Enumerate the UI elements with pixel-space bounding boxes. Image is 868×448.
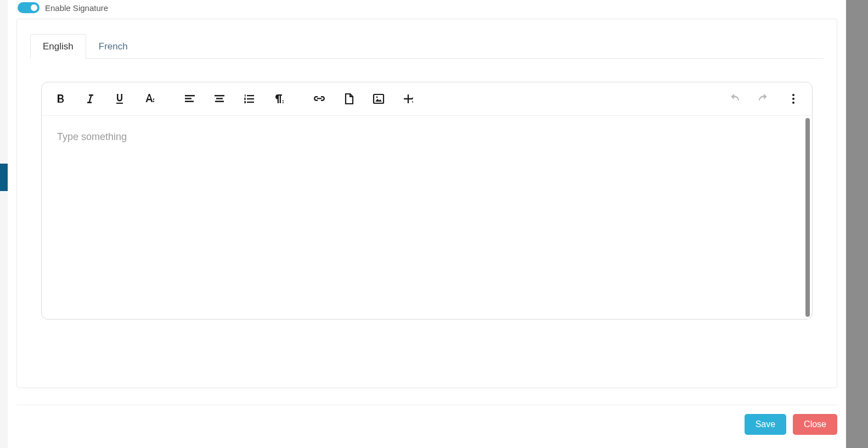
svg-point-1 <box>376 97 378 98</box>
close-button[interactable]: Close <box>793 414 837 435</box>
svg-point-3 <box>792 98 794 100</box>
more-vertical-icon[interactable] <box>786 91 801 107</box>
tab-label: French <box>99 41 128 52</box>
save-button[interactable]: Save <box>745 414 786 435</box>
insert-more-icon[interactable] <box>401 91 416 107</box>
undo-icon[interactable] <box>726 91 742 107</box>
editor-toolbar <box>42 82 812 116</box>
file-icon[interactable] <box>341 91 357 107</box>
sidebar-active-marker <box>0 164 8 191</box>
sidebar-sliver <box>0 0 8 448</box>
toolbar-group-history <box>726 91 801 107</box>
editor-scrollbar[interactable] <box>805 118 810 317</box>
enable-signature-toggle[interactable] <box>18 2 40 13</box>
modal-body: Enable Signature English French <box>8 0 846 388</box>
tab-label: English <box>43 41 74 52</box>
toggle-knob <box>30 3 38 12</box>
underline-icon[interactable] <box>112 91 127 107</box>
text-style-icon[interactable] <box>142 91 157 107</box>
signature-modal: Enable Signature English French <box>8 0 846 448</box>
svg-point-4 <box>792 102 794 104</box>
svg-point-2 <box>792 94 794 96</box>
redo-icon[interactable] <box>756 91 771 107</box>
ordered-list-icon[interactable] <box>241 91 257 107</box>
tab-french[interactable]: French <box>86 34 140 59</box>
toolbar-group-paragraph <box>182 91 286 107</box>
toolbar-group-text <box>53 91 157 107</box>
svg-rect-0 <box>374 94 384 103</box>
bold-icon[interactable] <box>53 91 68 107</box>
editor-body: Type something <box>42 116 812 319</box>
image-icon[interactable] <box>371 91 386 107</box>
align-center-icon[interactable] <box>212 91 227 107</box>
editor-scroll-thumb[interactable] <box>805 118 810 317</box>
signature-panel: English French <box>16 19 837 388</box>
italic-icon[interactable] <box>82 91 98 107</box>
editor-placeholder: Type something <box>57 131 127 142</box>
enable-signature-label: Enable Signature <box>45 3 108 13</box>
language-tabs: English French <box>30 33 824 59</box>
paragraph-format-icon[interactable] <box>271 91 286 107</box>
modal-footer: Save Close <box>16 405 837 439</box>
tab-english[interactable]: English <box>30 34 86 59</box>
editor-content-area[interactable]: Type something <box>42 116 805 319</box>
rich-text-editor: Type something <box>41 82 813 320</box>
toolbar-group-insert <box>312 91 416 107</box>
align-left-icon[interactable] <box>182 91 198 107</box>
enable-signature-row: Enable Signature <box>16 0 837 19</box>
link-icon[interactable] <box>312 91 327 107</box>
